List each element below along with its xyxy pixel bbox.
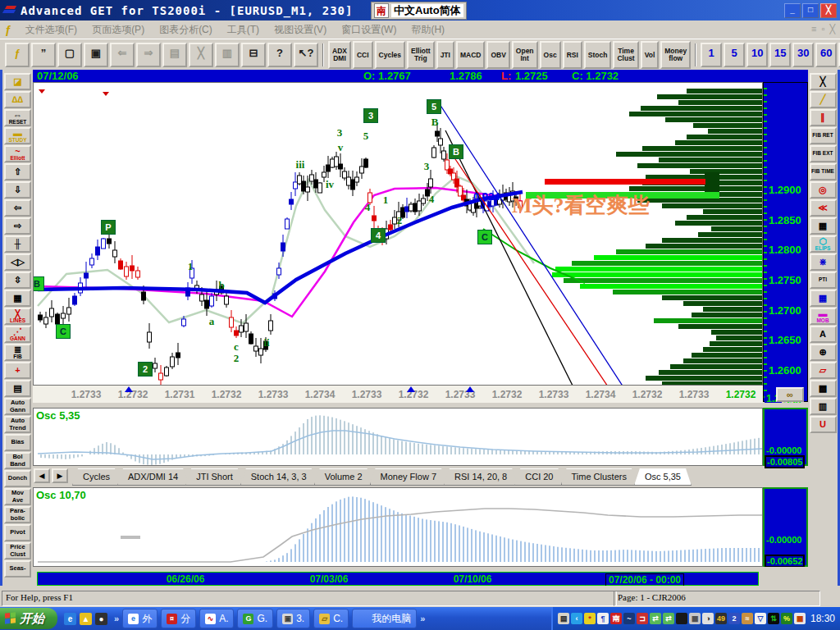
- gauge-tray-icon[interactable]: ◑: [702, 613, 714, 624]
- left-study-button[interactable]: Mov Ave: [4, 488, 31, 505]
- indicator-button[interactable]: CCI: [353, 41, 373, 69]
- lines-icon[interactable]: ╳LINES: [4, 308, 31, 325]
- indicator-button[interactable]: Osc: [540, 41, 561, 69]
- timeframe-button[interactable]: 15: [769, 43, 791, 67]
- calendar-tray-icon[interactable]: ▦: [794, 613, 806, 624]
- study-tab[interactable]: RSI 14, 20, 8: [444, 468, 518, 486]
- indicator-button[interactable]: Money flow: [660, 41, 691, 69]
- taskbar-chevron[interactable]: »: [420, 614, 425, 623]
- study-tab[interactable]: Stoch 14, 3, 3: [240, 468, 317, 486]
- text-tool-icon[interactable]: A: [810, 326, 837, 343]
- chart-canvas[interactable]: iiiiv3v512434B1bac2ii P2354BCBC M头?看空爽些 …: [33, 82, 763, 386]
- indicator-button[interactable]: Vol: [641, 41, 660, 69]
- restore-button[interactable]: □: [802, 3, 819, 18]
- toolbar-file-button[interactable]: ⇐: [110, 43, 135, 67]
- wave-tray-icon[interactable]: ~: [623, 613, 635, 624]
- timeframe-button[interactable]: 30: [792, 43, 814, 67]
- menu-item[interactable]: 工具(T): [220, 21, 267, 39]
- number-2-tray-icon[interactable]: 2: [728, 613, 740, 624]
- left-study-button[interactable]: Bias: [4, 434, 31, 451]
- blue-grid-icon[interactable]: ▦: [810, 290, 837, 307]
- timeframe-button[interactable]: 10: [746, 43, 768, 67]
- task-button[interactable]: ∿A.: [199, 609, 234, 628]
- fib-time-button[interactable]: FIB TIME: [810, 163, 837, 180]
- task-button[interactable]: ▱C.: [313, 609, 349, 628]
- red-tool-tray-icon[interactable]: ⊐: [637, 613, 648, 624]
- study-icon[interactable]: ▬STUDY: [4, 127, 31, 144]
- indicator-button[interactable]: Stoch: [584, 41, 612, 69]
- timeframe-button[interactable]: 5: [724, 43, 745, 67]
- menu-item[interactable]: 图表分析(C): [152, 21, 220, 39]
- indicator-button[interactable]: Open Int: [512, 41, 538, 69]
- fib-circle-icon[interactable]: ◎: [810, 181, 837, 199]
- indicator-button[interactable]: RSI: [563, 41, 582, 69]
- left-study-button[interactable]: Pivot: [4, 524, 31, 541]
- arrow-right-icon[interactable]: ⇨: [4, 217, 31, 235]
- media-quicklaunch-icon[interactable]: ▲: [80, 613, 92, 625]
- osc2-panel[interactable]: Osc 10,70: [33, 487, 763, 567]
- left-study-button[interactable]: Auto Gann: [4, 398, 31, 415]
- ie-quicklaunch-icon[interactable]: e: [64, 613, 76, 625]
- delete-tool-icon[interactable]: ╳: [810, 73, 837, 90]
- pages-icon[interactable]: ▥: [810, 398, 837, 415]
- scales-icon[interactable]: ∆∆: [4, 91, 31, 108]
- open-chart-icon[interactable]: ◪: [4, 73, 31, 90]
- ball-quicklaunch-icon[interactable]: ●: [95, 613, 107, 625]
- toolbar-file-button[interactable]: ▤: [162, 43, 187, 67]
- expand-vertical-icon[interactable]: ⇳: [4, 272, 31, 289]
- timeframe-button[interactable]: 1: [701, 43, 722, 67]
- task-button[interactable]: ¤分: [161, 609, 196, 628]
- child-window-button[interactable]: ≡: [811, 24, 816, 34]
- indicator-button[interactable]: MACD: [456, 41, 486, 69]
- toolbar-file-button[interactable]: ▢: [57, 43, 82, 67]
- mob-icon[interactable]: ▬MOB: [810, 308, 837, 325]
- study-tab[interactable]: Time Clusters: [561, 468, 637, 486]
- task-button[interactable]: e外: [122, 609, 158, 628]
- left-study-button[interactable]: Price Clust: [4, 542, 31, 559]
- toolbar-file-button[interactable]: ƒ: [5, 43, 30, 67]
- language-bar-collapse-icon[interactable]: ‹: [571, 613, 582, 624]
- ellipse-icon[interactable]: ⬡ELIPS: [810, 235, 837, 253]
- binoculars-button[interactable]: ∞: [776, 387, 804, 402]
- tab-scroll-left-button[interactable]: ◀: [34, 468, 50, 483]
- study-tab[interactable]: Volume 2: [314, 468, 373, 486]
- fan-lines-icon[interactable]: ≪: [810, 199, 837, 217]
- left-study-button[interactable]: Auto Trend: [4, 416, 31, 433]
- nantian-ime-tray-icon[interactable]: 南: [610, 613, 622, 624]
- keyboard-tray-icon[interactable]: ▤: [558, 613, 569, 624]
- minimize-button[interactable]: _: [784, 3, 801, 18]
- grid-tray-icon[interactable]: ▦: [689, 613, 701, 624]
- tab-scroll-right-button[interactable]: ▶: [52, 468, 68, 483]
- fib-icon[interactable]: ≣FIB: [4, 344, 31, 361]
- arrow-down-icon[interactable]: ⇩: [4, 181, 31, 199]
- toolbar-file-button[interactable]: ↖?: [294, 43, 318, 67]
- percent-tray-icon[interactable]: %: [781, 613, 792, 624]
- toolbar-file-button[interactable]: ⊟: [241, 43, 266, 67]
- menu-item[interactable]: 文件选项(F): [18, 21, 84, 39]
- menu-item[interactable]: 视图设置(V): [267, 21, 334, 39]
- grid-icon[interactable]: ▦: [4, 290, 31, 307]
- ime-label[interactable]: 中文Auto简体: [391, 4, 463, 17]
- arrow-left-icon[interactable]: ⇦: [4, 199, 31, 217]
- osc1-panel[interactable]: Osc 5,35: [33, 408, 763, 466]
- crosshair-icon[interactable]: +: [4, 362, 31, 379]
- reset-icon[interactable]: ⇔RESET: [4, 109, 31, 126]
- indicator-button[interactable]: Elliott Trig: [407, 41, 435, 69]
- left-study-button[interactable]: Seas-: [4, 560, 31, 578]
- indicator-button[interactable]: ADX DMI: [328, 41, 351, 69]
- close-button[interactable]: ╳: [820, 3, 837, 18]
- child-window-button[interactable]: ╳: [829, 24, 835, 34]
- toolbar-file-button[interactable]: ▥: [215, 43, 240, 67]
- task-button[interactable]: ▣3.: [276, 609, 310, 628]
- expand-horizontal-icon[interactable]: ◁▷: [4, 253, 31, 271]
- indicator-button[interactable]: JTI: [436, 41, 454, 69]
- indicator-button[interactable]: OBV: [486, 41, 509, 69]
- ime-badge-icon[interactable]: 南: [374, 3, 389, 18]
- child-window-button[interactable]: ▫: [821, 24, 824, 34]
- doc-tray-icon[interactable]: ¶: [597, 613, 609, 624]
- pattern-icon[interactable]: ▩: [810, 380, 837, 397]
- quick-launch-chevron[interactable]: »: [114, 614, 119, 623]
- study-tab[interactable]: Cycles: [72, 468, 121, 486]
- usb-tray-icon[interactable]: ⇄: [650, 613, 661, 624]
- toolbar-file-button[interactable]: ╳: [189, 43, 213, 67]
